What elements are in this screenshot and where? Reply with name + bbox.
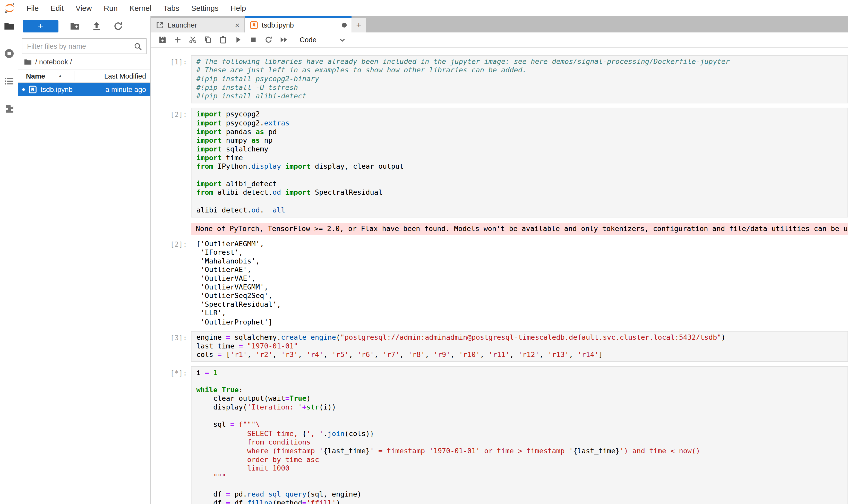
notebook-icon xyxy=(250,21,258,29)
cut-cells-button[interactable] xyxy=(185,33,200,46)
code-line: # These are just left in as examples to … xyxy=(196,66,845,75)
interrupt-kernel-button[interactable] xyxy=(246,33,261,46)
code-line: cols = ['r1', 'r2', 'r3', 'r4', 'r5', 'r… xyxy=(196,350,845,359)
chevron-down-icon[interactable] xyxy=(339,37,346,43)
code-line: display('Iteration: '+str(i)) xyxy=(196,403,845,412)
code-line: while True: xyxy=(196,386,845,395)
paste-cells-button[interactable] xyxy=(215,33,231,46)
code-line: clear_output(wait=True) xyxy=(196,395,845,403)
folder-icon[interactable] xyxy=(4,21,14,32)
main-dock-panel: Launcher×tsdb.ipynb+ xyxy=(150,16,848,504)
list-icon[interactable] xyxy=(4,76,14,87)
cell-editor[interactable]: import psycopg2import psycopg2.extrasimp… xyxy=(191,108,848,217)
cell-editor[interactable]: i = 1 while True: clear_output(wait=True… xyxy=(191,366,848,504)
code-line: from alibi_detect.od import SpectralResi… xyxy=(196,188,845,197)
menu-item-view[interactable]: View xyxy=(70,4,97,13)
cell-editor[interactable]: engine = sqlalchemy.create_engine("postg… xyxy=(191,331,848,362)
column-header-last-modified[interactable]: Last Modified xyxy=(104,72,146,80)
copy-cells-button[interactable] xyxy=(200,33,215,46)
new-launcher-button[interactable]: + xyxy=(23,20,58,32)
refresh-icon[interactable] xyxy=(113,21,123,31)
breadcrumb-path: / notebook / xyxy=(35,58,72,66)
code-cell-1: [2]:import psycopg2import psycopg2.extra… xyxy=(151,108,848,327)
code-line: where (timestamp '{last_time}' = timesta… xyxy=(196,447,845,455)
code-line: last_time = "1970-01-01" xyxy=(196,342,845,350)
code-line xyxy=(196,197,845,206)
input-prompt: [1]: xyxy=(151,55,191,104)
code-line: import numpy as np xyxy=(196,136,845,145)
menu-item-help[interactable]: Help xyxy=(224,4,252,13)
cell-input-area: [1]:# The following libraries have alrea… xyxy=(151,55,848,104)
stop-circle-icon[interactable] xyxy=(4,48,14,59)
menu-item-file[interactable]: File xyxy=(21,4,45,13)
sort-ascending-icon[interactable]: ▲ xyxy=(58,74,62,78)
new-folder-icon[interactable] xyxy=(70,21,80,31)
code-line: # The following libraries have already b… xyxy=(196,57,845,66)
jupyterlab-app: FileEditViewRunKernelTabsSettingsHelp + xyxy=(0,0,848,504)
code-line: #!pip install alibi-detect xyxy=(196,92,845,101)
menu-items: FileEditViewRunKernelTabsSettingsHelp xyxy=(21,0,252,16)
close-icon[interactable]: × xyxy=(224,21,239,30)
add-tab-button[interactable]: + xyxy=(351,18,366,33)
execute-result: [2]:['OutlierAEGMM', 'IForest', 'Mahalan… xyxy=(151,237,848,326)
input-prompt: [2]: xyxy=(151,108,191,217)
tab-tsdb-ipynb[interactable]: tsdb.ipynb xyxy=(245,16,351,33)
home-folder-icon[interactable] xyxy=(24,58,32,66)
file-row-tsdb.ipynb[interactable]: tsdb.ipynba minute ago xyxy=(18,83,150,96)
tab-label: Launcher xyxy=(168,21,197,29)
notebook-cells: [1]:# The following libraries have alrea… xyxy=(151,55,848,504)
code-line: from conditions xyxy=(196,438,845,447)
file-list: tsdb.ipynba minute ago xyxy=(18,83,150,96)
menu-item-edit[interactable]: Edit xyxy=(44,4,70,13)
file-list-header: Name ▲ Last Modified xyxy=(18,69,150,83)
run-cell-button[interactable] xyxy=(231,33,246,46)
code-line: sql = f"""\ xyxy=(196,420,845,429)
code-cell-0: [1]:# The following libraries have alrea… xyxy=(151,55,848,104)
launcher-icon xyxy=(156,21,164,29)
menu-item-run[interactable]: Run xyxy=(98,4,124,13)
code-line xyxy=(196,412,845,420)
insert-cell-button[interactable] xyxy=(170,33,185,46)
tab-launcher[interactable]: Launcher× xyxy=(151,18,245,33)
puzzle-icon[interactable] xyxy=(4,103,14,114)
jupyter-logo-icon xyxy=(4,2,16,14)
restart-kernel-button[interactable] xyxy=(260,33,276,46)
code-line: import sqlalchemy xyxy=(196,145,845,154)
notebook-panel[interactable]: [1]:# The following libraries have alrea… xyxy=(151,48,848,504)
cell-type-dropdown[interactable]: Code xyxy=(300,36,317,44)
filter-files-input[interactable] xyxy=(26,42,134,51)
code-line: df = pd.read_sql_query(sql, engine) xyxy=(196,490,845,499)
output-text: ['OutlierAEGMM', 'IForest', 'Mahalanobis… xyxy=(191,237,848,326)
code-line xyxy=(196,482,845,490)
code-cell-2: [3]:engine = sqlalchemy.create_engine("p… xyxy=(151,331,848,362)
code-line xyxy=(196,171,845,180)
code-line: df = df.fillna(method='ffill') xyxy=(196,499,845,504)
code-line: import psycopg2 xyxy=(196,110,845,119)
notebook-icon xyxy=(29,86,37,94)
column-header-name[interactable]: Name xyxy=(26,72,45,80)
breadcrumb[interactable]: / notebook / xyxy=(18,54,150,69)
cell-editor[interactable]: # The following libraries have already b… xyxy=(191,55,848,104)
cell-input-area: [3]:engine = sqlalchemy.create_engine("p… xyxy=(151,331,848,362)
output-prompt: [2]: xyxy=(151,237,191,326)
filter-files-box xyxy=(22,38,146,54)
save-button[interactable] xyxy=(155,33,170,46)
file-browser-panel: + xyxy=(18,16,150,504)
menu-item-kernel[interactable]: Kernel xyxy=(124,4,157,13)
code-line: import psycopg2.extras xyxy=(196,119,845,127)
menu-item-settings[interactable]: Settings xyxy=(185,4,224,13)
code-line: #!pip install -U tsfresh xyxy=(196,84,845,92)
code-line xyxy=(196,377,845,386)
file-name: tsdb.ipynb xyxy=(41,86,73,94)
file-last-modified: a minute ago xyxy=(105,86,146,94)
menu-item-tabs[interactable]: Tabs xyxy=(157,4,185,13)
input-prompt: [*]: xyxy=(151,366,191,504)
code-cell-3: [*]:i = 1 while True: clear_output(wait=… xyxy=(151,366,848,504)
file-browser-toolbar: + xyxy=(18,16,150,36)
upload-icon[interactable] xyxy=(91,21,102,31)
activity-bar xyxy=(0,16,18,504)
code-line: import pandas as pd xyxy=(196,127,845,136)
unsaved-dot xyxy=(342,23,347,28)
restart-run-all-button[interactable] xyxy=(276,33,291,46)
code-line: SELECT time, {', '.join(cols)} xyxy=(196,429,845,438)
